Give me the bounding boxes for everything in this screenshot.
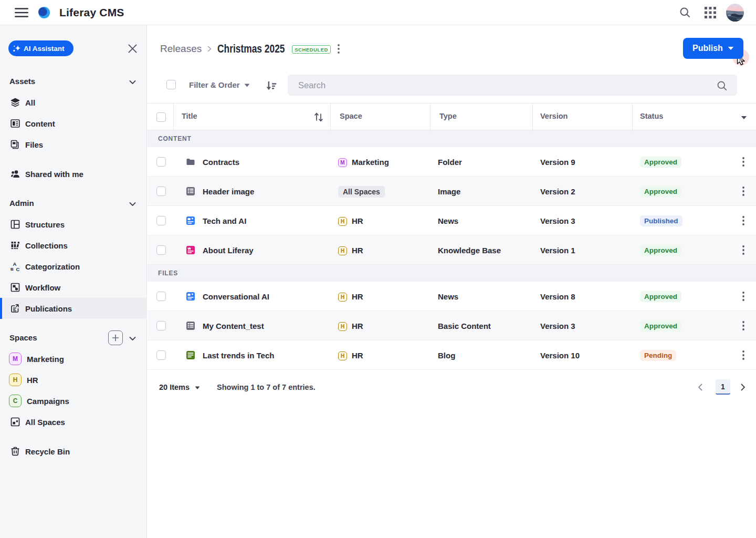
svg-text:C: C (16, 266, 20, 272)
svg-text:B: B (10, 267, 14, 271)
